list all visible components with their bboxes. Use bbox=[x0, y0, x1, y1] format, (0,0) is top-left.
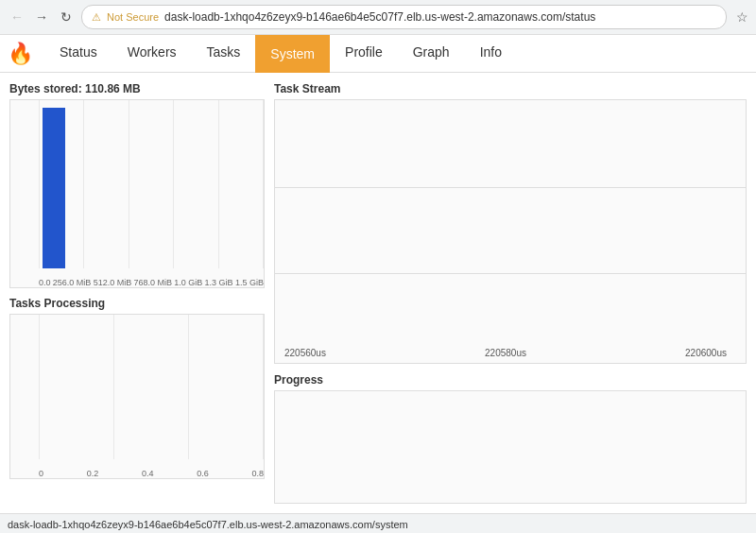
tasks-processing-title: Tasks Processing bbox=[9, 297, 265, 310]
task-stream-chart: 220560us 220580us 220600us bbox=[274, 99, 747, 364]
x-label-0: 0.0 bbox=[39, 278, 51, 287]
x-label-2: 512.0 MiB bbox=[94, 278, 132, 287]
x-label-1: 256.0 MiB bbox=[53, 278, 92, 287]
tx-label-0: 0 bbox=[39, 469, 43, 478]
reload-button[interactable]: ↻ bbox=[57, 8, 76, 26]
nav-item-status[interactable]: Status bbox=[44, 35, 112, 73]
left-column: Bytes stored: 110.86 MB 0.0 bbox=[9, 82, 265, 504]
tasks-chart-area bbox=[39, 315, 264, 459]
browser-chrome: ← → ↻ ⚠ Not Secure dask-loadb-1xhqo4z6ze… bbox=[0, 0, 756, 35]
progress-title: Progress bbox=[274, 373, 747, 387]
app-logo: 🔥 bbox=[8, 42, 33, 66]
nav-item-info[interactable]: Info bbox=[465, 35, 517, 73]
tx-label-3: 0.6 bbox=[197, 469, 209, 478]
task-stream-title: Task Stream bbox=[274, 82, 747, 95]
security-label: Not Secure bbox=[107, 11, 159, 23]
x-label-5: 1.3 GiB bbox=[205, 278, 233, 287]
tx-label-2: 0.4 bbox=[142, 469, 154, 478]
url-bar[interactable]: ⚠ Not Secure dask-loadb-1xhqo4z6zeyx9-b1… bbox=[81, 5, 727, 29]
bytes-stored-title: Bytes stored: 110.86 MB bbox=[9, 82, 265, 95]
security-icon: ⚠ bbox=[92, 11, 101, 24]
x-label-3: 768.0 MiB bbox=[133, 278, 172, 287]
task-stream-x-labels: 220560us 220580us 220600us bbox=[275, 348, 727, 358]
bookmark-button[interactable]: ☆ bbox=[736, 9, 748, 25]
nav-item-workers[interactable]: Workers bbox=[112, 35, 192, 73]
nav-item-tasks[interactable]: Tasks bbox=[192, 35, 256, 73]
ts-label-1: 220580us bbox=[485, 348, 526, 358]
task-stream-section: Task Stream 220560us 220580us 220600us bbox=[274, 82, 747, 366]
tasks-processing-chart: 0 0.2 0.4 0.6 0.8 bbox=[9, 314, 265, 479]
bytes-stored-chart: 0.0 256.0 MiB 512.0 MiB 768.0 MiB 1.0 Gi… bbox=[9, 99, 265, 288]
tasks-x-labels: 0 0.2 0.4 0.6 0.8 bbox=[39, 469, 264, 478]
ts-label-0: 220560us bbox=[284, 348, 326, 358]
ts-hline-1 bbox=[275, 187, 746, 188]
right-column: Task Stream 220560us 220580us 220600us P… bbox=[274, 82, 747, 504]
bytes-bar bbox=[43, 108, 65, 268]
nav-item-profile[interactable]: Profile bbox=[330, 35, 398, 73]
ts-label-2: 220600us bbox=[685, 348, 727, 358]
back-button[interactable]: ← bbox=[8, 8, 26, 26]
status-bar: dask-loadb-1xhqo4z6zeyx9-b146ae6b4e5c07f… bbox=[0, 513, 756, 533]
main-content: Bytes stored: 110.86 MB 0.0 bbox=[0, 73, 756, 513]
nav-item-graph[interactable]: Graph bbox=[398, 35, 465, 73]
tx-label-4: 0.8 bbox=[251, 469, 264, 478]
browser-toolbar: ← → ↻ ⚠ Not Secure dask-loadb-1xhqo4z6ze… bbox=[0, 0, 756, 34]
nav-item-system[interactable]: System bbox=[255, 35, 330, 73]
progress-section: Progress bbox=[274, 373, 747, 504]
bytes-x-labels: 0.0 256.0 MiB 512.0 MiB 768.0 MiB 1.0 Gi… bbox=[39, 276, 264, 287]
ts-hline-2 bbox=[275, 273, 746, 274]
x-label-6: 1.5 GiB bbox=[235, 278, 264, 287]
progress-chart bbox=[274, 390, 747, 504]
bytes-chart-area bbox=[39, 100, 264, 268]
app-nav: 🔥 Status Workers Tasks System Profile Gr… bbox=[0, 35, 756, 73]
bytes-stored-section: Bytes stored: 110.86 MB 0.0 bbox=[9, 82, 265, 289]
forward-button[interactable]: → bbox=[32, 8, 51, 26]
tasks-processing-section: Tasks Processing 0 0.2 0.4 0.6 bbox=[9, 297, 265, 504]
x-label-4: 1.0 GiB bbox=[174, 278, 202, 287]
tx-label-1: 0.2 bbox=[87, 469, 99, 478]
status-bar-url: dask-loadb-1xhqo4z6zeyx9-b146ae6b4e5c07f… bbox=[8, 519, 408, 530]
url-text: dask-loadb-1xhqo4z6zeyx9-b146ae6b4e5c07f… bbox=[164, 10, 595, 24]
